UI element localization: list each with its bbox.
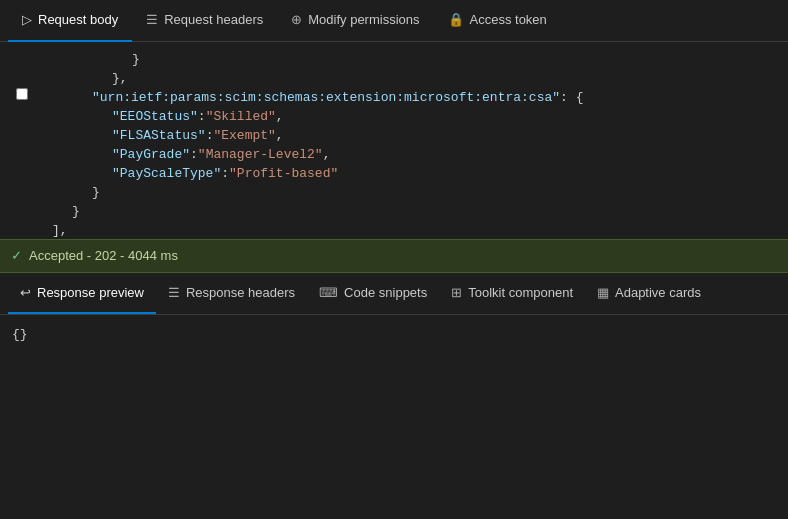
checkbox-cell-urn[interactable]: [12, 88, 32, 100]
tab-toolkit-component[interactable]: ⊞ Toolkit component: [439, 272, 585, 314]
code-text: "PayGrade":"Manager-Level2",: [112, 145, 776, 164]
code-line: }: [0, 50, 788, 69]
lock-icon: 🔒: [448, 12, 464, 27]
code-line-flsa: "FLSAStatus":"Exempt",: [0, 126, 788, 145]
tab-response-preview-label: Response preview: [37, 285, 144, 300]
urn-checkbox[interactable]: [16, 88, 28, 100]
code-text: "urn:ietf:params:scim:schemas:extension:…: [92, 88, 776, 107]
code-text: "EEOStatus":"Skilled",: [112, 107, 776, 126]
tab-response-headers-label: Response headers: [186, 285, 295, 300]
code-text: ],: [52, 221, 776, 239]
permissions-icon: ⊕: [291, 12, 302, 27]
tab-response-preview[interactable]: ↩ Response preview: [8, 272, 156, 314]
tab-adaptive-cards-label: Adaptive cards: [615, 285, 701, 300]
toolkit-icon: ⊞: [451, 285, 462, 300]
code-line-payscale: "PayScaleType":"Profit-based": [0, 164, 788, 183]
code-snippets-icon: ⌨: [319, 285, 338, 300]
code-text: }: [92, 183, 776, 202]
code-line-paygrade: "PayGrade":"Manager-Level2",: [0, 145, 788, 164]
tab-access-token-label: Access token: [470, 12, 547, 27]
code-text: }: [72, 202, 776, 221]
headers-icon: ☰: [146, 12, 158, 27]
play-icon: ▷: [22, 12, 32, 27]
adaptive-cards-icon: ▦: [597, 285, 609, 300]
code-text: "PayScaleType":"Profit-based": [112, 164, 776, 183]
response-content: {}: [12, 327, 28, 342]
bottom-tab-bar: ↩ Response preview ☰ Response headers ⌨ …: [0, 273, 788, 315]
tab-toolkit-component-label: Toolkit component: [468, 285, 573, 300]
tab-request-headers[interactable]: ☰ Request headers: [132, 0, 277, 42]
code-text: },: [112, 69, 776, 88]
code-text: "FLSAStatus":"Exempt",: [112, 126, 776, 145]
tab-request-body[interactable]: ▷ Request body: [8, 0, 132, 42]
code-text: }: [132, 50, 776, 69]
response-area: {}: [0, 315, 788, 520]
code-line: },: [0, 69, 788, 88]
tab-request-body-label: Request body: [38, 12, 118, 27]
tab-response-headers[interactable]: ☰ Response headers: [156, 272, 307, 314]
tab-access-token[interactable]: 🔒 Access token: [434, 0, 561, 42]
accepted-icon: ✓: [12, 246, 21, 265]
tab-modify-permissions-label: Modify permissions: [308, 12, 419, 27]
code-line: }: [0, 202, 788, 221]
top-tab-bar: ▷ Request body ☰ Request headers ⊕ Modif…: [0, 0, 788, 42]
code-line-eeo: "EEOStatus":"Skilled",: [0, 107, 788, 126]
tab-code-snippets-label: Code snippets: [344, 285, 427, 300]
code-line: }: [0, 183, 788, 202]
status-bar: ✓ Accepted - 202 - 4044 ms: [0, 239, 788, 273]
code-line-urn: "urn:ietf:params:scim:schemas:extension:…: [0, 88, 788, 107]
tab-code-snippets[interactable]: ⌨ Code snippets: [307, 272, 439, 314]
status-text: Accepted - 202 - 4044 ms: [29, 248, 178, 263]
tab-modify-permissions[interactable]: ⊕ Modify permissions: [277, 0, 433, 42]
code-line: ],: [0, 221, 788, 239]
code-editor: } }, "urn:ietf:params:scim:schemas:exten…: [0, 42, 788, 239]
tab-request-headers-label: Request headers: [164, 12, 263, 27]
response-preview-icon: ↩: [20, 285, 31, 300]
tab-adaptive-cards[interactable]: ▦ Adaptive cards: [585, 272, 713, 314]
response-headers-icon: ☰: [168, 285, 180, 300]
